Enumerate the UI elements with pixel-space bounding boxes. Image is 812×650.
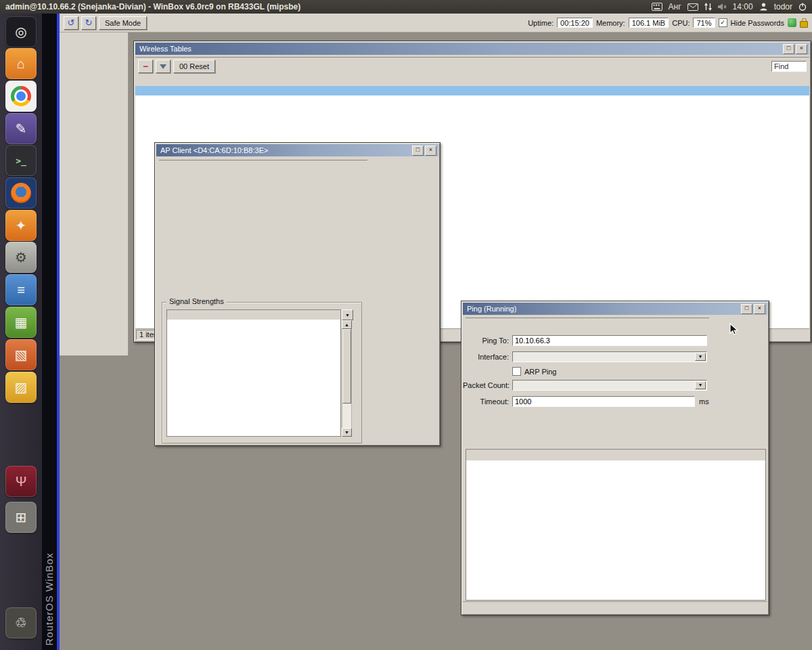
interface-label: Interface: bbox=[463, 353, 509, 361]
dropdown-icon[interactable]: ▼ bbox=[695, 353, 706, 361]
find-input[interactable] bbox=[771, 61, 807, 72]
ap-client-content: Signal Strengths ▼ ▲ ▼ bbox=[156, 156, 438, 444]
signal-strengths-table[interactable] bbox=[166, 309, 341, 437]
uptime-label: Uptime: bbox=[528, 19, 554, 27]
launcher-workspaces[interactable]: ⊞ bbox=[5, 502, 37, 533]
maximize-button[interactable]: □ bbox=[412, 146, 424, 156]
interface-combo[interactable]: ▼ bbox=[512, 351, 707, 362]
reset-counters-button[interactable]: 00 Reset bbox=[173, 60, 215, 73]
minus-icon: − bbox=[143, 63, 148, 70]
registration-row[interactable] bbox=[135, 86, 809, 95]
dropdown-icon[interactable]: ▼ bbox=[695, 381, 706, 389]
mail-icon[interactable] bbox=[687, 3, 698, 11]
close-button[interactable]: × bbox=[425, 146, 436, 156]
launcher-calc[interactable]: ▦ bbox=[5, 307, 37, 338]
close-button[interactable]: × bbox=[754, 304, 765, 314]
ping-table-header bbox=[466, 450, 765, 460]
arp-ping-checkbox[interactable] bbox=[512, 367, 521, 376]
hide-passwords-label: Hide Passwords bbox=[731, 19, 784, 27]
clock[interactable]: 14:00 bbox=[733, 2, 753, 12]
check-icon: ✓ bbox=[720, 20, 725, 26]
timeout-row: Timeout: ms bbox=[463, 395, 709, 407]
user-icon[interactable] bbox=[759, 3, 768, 11]
packet-count-combo[interactable]: ▼ bbox=[512, 380, 707, 391]
filter-button[interactable] bbox=[156, 60, 171, 73]
cpu-value: 71% bbox=[693, 18, 715, 28]
wireless-titlebar[interactable]: Wireless Tables □ × bbox=[135, 43, 809, 55]
volume-muted-icon[interactable] bbox=[718, 3, 727, 11]
packet-count-label: Packet Count: bbox=[463, 381, 509, 389]
ping-titlebar[interactable]: Ping (Running) □ × bbox=[463, 303, 767, 315]
launcher-writer[interactable]: ≡ bbox=[5, 274, 37, 305]
maximize-button[interactable]: □ bbox=[783, 44, 794, 54]
wireless-window-title: Wireless Tables bbox=[139, 45, 191, 53]
winbox-side-strip: RouterOS WinBox bbox=[42, 14, 57, 650]
scrollbar-thumb[interactable] bbox=[342, 329, 351, 404]
launcher-trash[interactable]: ♲ bbox=[5, 607, 37, 638]
dash-icon: ◎ bbox=[15, 25, 26, 39]
launcher-draw[interactable]: ▨ bbox=[5, 372, 37, 403]
signal-table-header bbox=[167, 310, 340, 320]
arp-ping-label: ARP Ping bbox=[524, 368, 557, 376]
launcher-files[interactable]: ⌂ bbox=[5, 48, 37, 79]
launcher-firefox[interactable] bbox=[5, 177, 37, 209]
hide-passwords-checkbox[interactable]: ✓ bbox=[719, 18, 727, 27]
safe-mode-button[interactable]: Safe Mode bbox=[99, 16, 147, 30]
redo-icon: ↻ bbox=[85, 18, 93, 28]
timeout-input[interactable] bbox=[512, 396, 695, 407]
launcher-dash[interactable]: ◎ bbox=[5, 16, 37, 47]
lock-icon bbox=[800, 21, 808, 28]
top-panel: admin@10.10.66.2 (Snejanka-Divian) - Win… bbox=[0, 0, 812, 14]
keyboard-layout[interactable]: Анг bbox=[669, 2, 681, 12]
launcher-notes[interactable]: ✎ bbox=[5, 113, 37, 144]
ap-client-titlebar[interactable]: AP Client <D4:CA:6D:10:B8:3E> □ × bbox=[156, 144, 438, 156]
winbox-toolbar: ↺ ↻ Safe Mode Uptime: 00:15:20 Memory: 1… bbox=[60, 14, 812, 32]
ping-to-label: Ping To: bbox=[463, 337, 509, 345]
packet-count-row: Packet Count: ▼ bbox=[463, 379, 707, 391]
signal-strengths-group: Signal Strengths ▼ ▲ ▼ bbox=[162, 302, 362, 443]
ping-results-table[interactable] bbox=[466, 449, 766, 601]
power-icon[interactable] bbox=[798, 3, 807, 11]
ping-to-input[interactable] bbox=[512, 335, 707, 346]
terminal-icon: >_ bbox=[16, 156, 26, 165]
ap-client-window-title: AP Client <D4:CA:6D:10:B8:3E> bbox=[160, 146, 268, 154]
trash-icon: ♲ bbox=[15, 616, 27, 630]
undo-button[interactable]: ↺ bbox=[64, 16, 78, 30]
winbox-brand: RouterOS WinBox bbox=[43, 552, 55, 646]
filter-icon bbox=[160, 64, 166, 69]
username[interactable]: todor bbox=[774, 2, 792, 12]
ping-window-title: Ping (Running) bbox=[467, 305, 516, 313]
launcher-impress[interactable]: ▧ bbox=[5, 339, 37, 370]
memory-label: Memory: bbox=[596, 19, 625, 27]
maximize-button[interactable]: □ bbox=[741, 304, 752, 314]
redo-button[interactable]: ↻ bbox=[81, 16, 96, 30]
writer-icon: ≡ bbox=[17, 283, 25, 297]
wireless-toolbar: − 00 Reset bbox=[135, 58, 809, 75]
close-button[interactable]: × bbox=[796, 44, 807, 54]
ap-client-tabs bbox=[159, 158, 367, 160]
wine-icon: Ψ bbox=[16, 475, 27, 488]
draw-icon: ▨ bbox=[15, 381, 28, 394]
launcher-software-center[interactable]: ✦ bbox=[5, 210, 37, 241]
timeout-label: Timeout: bbox=[463, 397, 509, 406]
launcher-wine[interactable]: Ψ bbox=[5, 466, 37, 497]
network-arrows-icon[interactable] bbox=[704, 3, 712, 11]
ping-statusbar bbox=[463, 601, 767, 613]
launcher-terminal[interactable]: >_ bbox=[5, 145, 37, 176]
scroll-down-button[interactable]: ▼ bbox=[342, 428, 352, 437]
launcher-chrome[interactable] bbox=[5, 81, 37, 112]
remove-entry-button[interactable]: − bbox=[138, 60, 153, 73]
desktop: admin@10.10.66.2 (Snejanka-Divian) - Win… bbox=[0, 0, 812, 650]
scrollbar-track[interactable] bbox=[342, 329, 352, 428]
interface-row: Interface: ▼ bbox=[463, 351, 707, 362]
unity-launcher: ◎⌂✎>_✦⚙≡▦▧▨Ψ⊞♲ bbox=[0, 14, 42, 650]
keyboard-indicator-icon[interactable] bbox=[652, 3, 662, 11]
ping-content: Ping To: Interface: ▼ ARP Ping Packet Co… bbox=[463, 315, 767, 613]
column-dropdown-button[interactable]: ▼ bbox=[342, 309, 353, 320]
launcher-settings[interactable]: ⚙ bbox=[5, 242, 37, 273]
workspaces-icon: ⊞ bbox=[16, 511, 27, 524]
files-icon: ⌂ bbox=[17, 57, 25, 70]
scroll-up-button[interactable]: ▲ bbox=[342, 320, 352, 329]
impress-icon: ▧ bbox=[15, 348, 28, 362]
signal-strengths-legend: Signal Strengths bbox=[166, 297, 227, 305]
